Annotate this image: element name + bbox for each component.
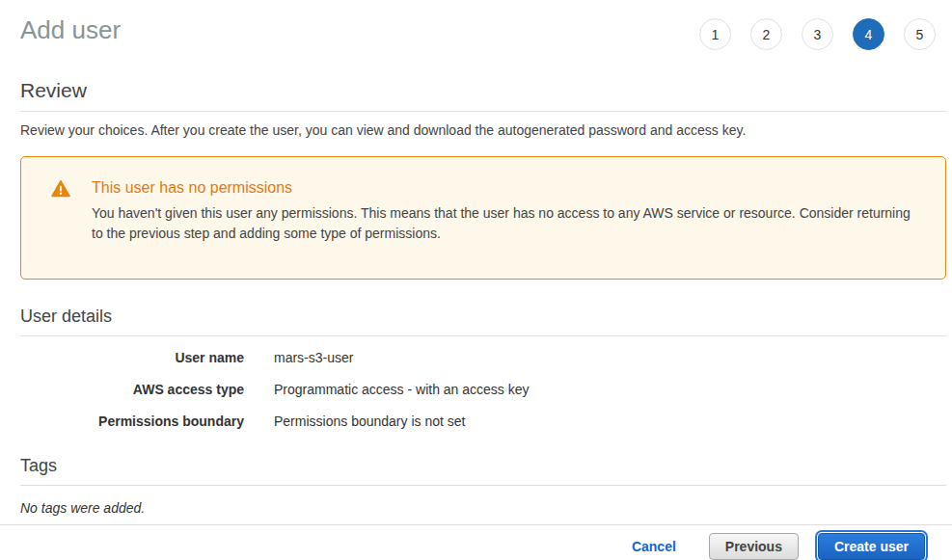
page-header: Add user 1 2 3 4 5 [0, 0, 952, 50]
step-circle-1: 1 [699, 18, 731, 50]
detail-label: Permissions boundary [20, 413, 244, 429]
tags-divider [20, 485, 946, 486]
user-details-table: User name mars-s3-user AWS access type P… [20, 350, 946, 429]
review-divider [20, 111, 946, 112]
no-permissions-warning-box: This user has no permissions You haven't… [20, 156, 946, 280]
cancel-button[interactable]: Cancel [632, 539, 676, 554]
step-circle-2: 2 [750, 18, 782, 50]
user-details-divider [20, 335, 946, 336]
tags-empty-message: No tags were added. [20, 500, 946, 516]
detail-value: mars-s3-user [274, 350, 353, 365]
tags-heading: Tags [20, 456, 946, 476]
wizard-step-indicator: 1 2 3 4 5 [699, 18, 936, 50]
warning-triangle-icon [51, 180, 70, 198]
wizard-footer: Cancel Previous Create user [0, 524, 952, 560]
review-description: Review your choices. After you create th… [20, 122, 946, 138]
step-circle-4: 4 [853, 18, 884, 50]
previous-button[interactable]: Previous [709, 533, 799, 560]
create-user-button[interactable]: Create user [818, 533, 925, 560]
detail-label: AWS access type [20, 382, 244, 397]
user-details-heading: User details [20, 307, 946, 327]
warning-body: You haven't given this user any permissi… [92, 203, 918, 244]
detail-row-user-name: User name mars-s3-user [20, 350, 946, 365]
detail-row-access-type: AWS access type Programmatic access - wi… [20, 382, 946, 397]
page-title: Add user [20, 14, 121, 45]
footer-actions: Cancel Previous Create user [0, 525, 952, 560]
review-heading: Review [20, 79, 946, 102]
detail-value: Programmatic access - with an access key [274, 382, 530, 397]
main-content: Review Review your choices. After you cr… [0, 50, 952, 524]
warning-title: This user has no permissions [92, 179, 918, 197]
warning-text: This user has no permissions You haven't… [92, 179, 918, 244]
detail-row-permissions-boundary: Permissions boundary Permissions boundar… [20, 413, 946, 429]
step-circle-5: 5 [904, 18, 936, 50]
step-circle-3: 3 [802, 18, 833, 50]
detail-value: Permissions boundary is not set [274, 413, 465, 429]
detail-label: User name [20, 350, 244, 365]
